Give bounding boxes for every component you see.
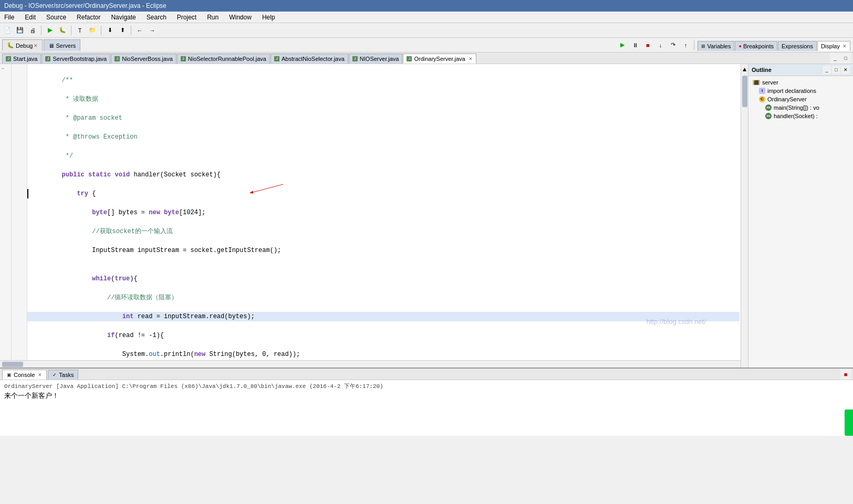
open-type-button[interactable]: T: [75, 25, 85, 36]
save-button[interactable]: 💾: [15, 25, 25, 36]
scrollbar-up-arrow[interactable]: ▲: [743, 66, 746, 74]
run-button[interactable]: ▶: [45, 25, 55, 36]
collapse-marker[interactable]: −: [1, 66, 11, 76]
tab-nioserver-label: NIOServer.java: [360, 56, 399, 62]
console-output: OrdinaryServer [Java Application] C:\Pro…: [0, 380, 853, 436]
tab-variables[interactable]: ⊞ Variables: [698, 41, 734, 51]
tab-nioserverboss-label: NioServerBoss.java: [122, 56, 173, 62]
import-icon: i: [759, 88, 765, 94]
display-label: Display: [821, 43, 840, 49]
console-output-text: 来个一个新客户！: [4, 391, 849, 401]
menu-run[interactable]: Run: [205, 13, 221, 22]
maximize-editor[interactable]: □: [840, 53, 851, 64]
outline-content: ⬛ server i import declarations C Ordinar…: [748, 76, 853, 368]
outline-maximize[interactable]: □: [832, 66, 840, 74]
file-tabs: J Start.java J ServerBootstrap.java J Ni…: [0, 52, 853, 64]
console-close[interactable]: ✕: [38, 372, 42, 377]
ordinaryserver-close[interactable]: ✕: [469, 56, 473, 61]
outline-main-method[interactable]: m main(String[]) : vo: [751, 103, 851, 112]
outline-server-label: server: [762, 79, 778, 86]
title-bar: Debug - IOServer/src/server/OrdinaryServ…: [0, 0, 853, 12]
forward-button[interactable]: →: [147, 25, 158, 36]
outline-class[interactable]: C OrdinaryServer: [751, 95, 851, 103]
tab-abstractnio[interactable]: J AbstractNioSelector.java: [271, 54, 348, 64]
suspend-button[interactable]: ⏸: [630, 40, 640, 50]
terminate-console-button[interactable]: ■: [840, 369, 851, 380]
tab-nioselector[interactable]: J NioSelectorRunnablePool.java: [177, 54, 270, 64]
menu-window[interactable]: Window: [227, 13, 254, 22]
new-button[interactable]: 📄: [2, 25, 13, 36]
prev-annotation-button[interactable]: ⬆: [117, 25, 128, 36]
minimize-editor[interactable]: _: [830, 53, 840, 64]
menu-refactor[interactable]: Refactor: [75, 13, 102, 22]
editor-with-outline: −: [0, 64, 853, 368]
debug-toolbar: 🐛 Debug ✕ 🖥 Servers ▶ ⏸ ■ ↓ ↷ ↑ ⊞ Variab…: [0, 38, 853, 52]
toolbar-sep-4: [131, 26, 131, 35]
horizontal-scrollbar[interactable]: [0, 360, 741, 368]
outline-close[interactable]: ✕: [841, 66, 850, 74]
vertical-scrollbar[interactable]: ▲: [741, 64, 748, 368]
java-icon-3: J: [115, 56, 120, 61]
menu-help[interactable]: Help: [260, 13, 277, 22]
resume-button[interactable]: ▶: [617, 40, 628, 50]
java-icon-5: J: [274, 56, 279, 61]
tab-nioserver[interactable]: J NIOServer.java: [349, 54, 403, 64]
tab-breakpoints[interactable]: ● Breakpoints: [735, 41, 777, 51]
h-scrollbar-thumb[interactable]: [2, 362, 23, 367]
java-icon-4: J: [181, 56, 186, 61]
perspective-debug[interactable]: 🐛 Debug ✕: [2, 39, 43, 51]
tab-ordinaryserver[interactable]: J OrdinaryServer.java ✕: [403, 54, 476, 64]
menu-search[interactable]: Search: [144, 13, 169, 22]
stop-button[interactable]: ■: [642, 40, 653, 50]
back-button[interactable]: ←: [134, 25, 145, 36]
menu-navigate[interactable]: Navigate: [109, 13, 138, 22]
outline-panel: Outline _ □ ✕ ⬛ server: [748, 64, 853, 368]
tab-start-java[interactable]: J Start.java: [2, 54, 41, 64]
console-area: ▣ Console ✕ ✓ Tasks ■ OrdinaryServe: [0, 368, 853, 436]
java-icon: J: [6, 56, 11, 61]
toolbar: 📄 💾 🖨 ▶ 🐛 T 📁 ⬇ ⬆ ← →: [0, 23, 853, 38]
console-tabs: ▣ Console ✕ ✓ Tasks ■: [0, 369, 853, 380]
tab-expressions[interactable]: Expressions: [778, 41, 817, 51]
outline-server-package[interactable]: ⬛ server: [751, 78, 851, 87]
print-button[interactable]: 🖨: [27, 25, 38, 36]
console-tab[interactable]: ▣ Console ✕: [2, 370, 47, 380]
tab-display[interactable]: Display ✕: [817, 41, 850, 51]
outline-title: Outline: [752, 67, 772, 73]
outline-handler-method[interactable]: m handler(Socket) :: [751, 112, 851, 120]
menu-edit[interactable]: Edit: [23, 13, 38, 22]
display-tab-close[interactable]: ✕: [842, 44, 847, 49]
code-area[interactable]: −: [0, 64, 748, 368]
title-text: Debug - IOServer/src/server/OrdinaryServ…: [4, 2, 167, 9]
perspective-servers[interactable]: 🖥 Servers: [44, 39, 80, 51]
method-icon-main: m: [765, 104, 772, 111]
java-icon-6: J: [352, 56, 358, 61]
breakpoints-label: Breakpoints: [743, 43, 774, 49]
middle-area: J Start.java J ServerBootstrap.java J Ni…: [0, 52, 853, 436]
menu-project[interactable]: Project: [175, 13, 199, 22]
outline-imports[interactable]: i import declarations: [751, 87, 851, 95]
step-into-button[interactable]: ↓: [655, 40, 665, 50]
tasks-tab[interactable]: ✓ Tasks: [48, 370, 78, 380]
open-resource-button[interactable]: 📁: [87, 25, 98, 36]
outline-handler-label: handler(Socket) :: [774, 113, 818, 119]
menu-file[interactable]: File: [2, 13, 16, 22]
outline-minimize[interactable]: _: [823, 66, 831, 74]
package-icon: ⬛: [753, 80, 760, 85]
tab-serverbootstrap[interactable]: J ServerBootstrap.java: [41, 54, 110, 64]
menu-source[interactable]: Source: [44, 13, 68, 22]
tab-nioserverboss[interactable]: J NioServerBoss.java: [111, 54, 176, 64]
code-editor-main: −: [0, 64, 748, 368]
tab-start-label: Start.java: [13, 56, 37, 62]
expressions-label: Expressions: [782, 43, 813, 49]
toolbar-sep-2: [71, 26, 71, 35]
method-icon-handler: m: [765, 113, 772, 119]
scrollbar-thumb[interactable]: [742, 76, 747, 107]
debug-tab-close[interactable]: ✕: [34, 43, 38, 48]
debug-button[interactable]: 🐛: [57, 25, 68, 36]
java-icon-2: J: [45, 56, 50, 61]
next-annotation-button[interactable]: ⬇: [105, 25, 115, 36]
step-return-button[interactable]: ↑: [680, 40, 691, 50]
code-content[interactable]: /** * 读取数据 * @param socket * @throws Exc…: [27, 64, 748, 368]
step-over-button[interactable]: ↷: [668, 40, 678, 50]
